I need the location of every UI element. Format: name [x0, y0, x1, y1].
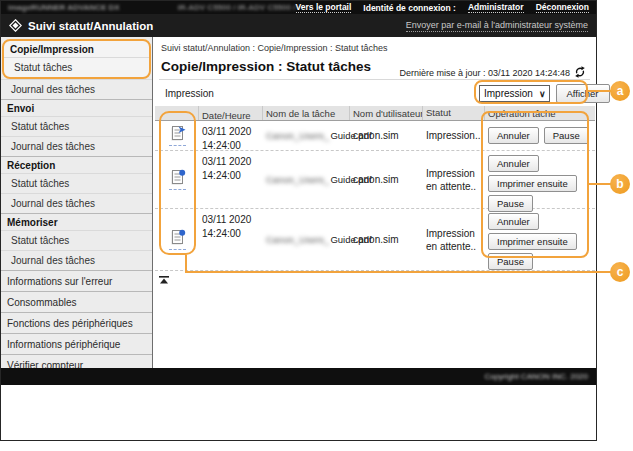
- job-status: Impression en attente..: [423, 209, 485, 270]
- job-time: 14:24:00: [202, 139, 260, 153]
- sidebar-group-reception: Réception: [1, 156, 152, 173]
- job-date: 03/11 2020: [202, 125, 260, 139]
- sidebar-item-journal-taches-memoriser[interactable]: Journal des tâches: [1, 250, 152, 270]
- device-model-text: iR-ADV C5500 / iR-ADV C5500 /: [178, 3, 296, 12]
- job-time: 14:24:00: [202, 169, 260, 183]
- column-header-job-name: Nom de la tâche: [263, 106, 350, 120]
- sidebar-group-memoriser: Mémoriser: [1, 213, 152, 230]
- callout-badge-c: c: [610, 262, 630, 282]
- job-user: canon.sim: [350, 151, 423, 208]
- sidebar-item-fonctions-peripheriques[interactable]: Fonctions des périphériques: [1, 312, 152, 333]
- sidebar-item-statut-taches-reception[interactable]: Statut tâches: [1, 173, 152, 193]
- sidebar-item-informations-peripherique[interactable]: Informations périphérique: [1, 333, 152, 354]
- job-status: Impression..: [423, 121, 485, 150]
- page-title: Copie/Impression : Statut tâches: [161, 59, 371, 74]
- column-header-date: Date/Heure: [199, 106, 263, 120]
- column-header-status: Statut: [423, 106, 485, 120]
- callout-line-b: [587, 183, 612, 185]
- top-bar-links: Vers le portail Identité de connexion : …: [296, 2, 589, 13]
- login-user-link[interactable]: Administrator: [468, 2, 524, 13]
- sidebar-item-statut-taches-memoriser[interactable]: Statut tâches: [1, 230, 152, 250]
- manual-screenshot-page: imageRUNNER ADVANCE DX iR-ADV C5500 / iR…: [0, 0, 633, 451]
- status-monitor-diamond-icon: [9, 19, 22, 32]
- sidebar-item-informations-erreur[interactable]: Informations sur l'erreur: [1, 270, 152, 291]
- app-bar: Suivi statut/Annulation Envoyer par e-ma…: [1, 14, 596, 37]
- job-date: 03/11 2020: [202, 155, 260, 169]
- section-label: Impression: [165, 88, 214, 99]
- callout-badge-b: b: [610, 174, 630, 194]
- callout-frame-c: [159, 111, 196, 255]
- sidebar-item-journal-taches-envoi[interactable]: Journal des tâches: [1, 136, 152, 156]
- sidebar-active-highlight: Copie/Impression Statut tâches: [2, 39, 151, 79]
- callout-frame-b: [481, 111, 589, 258]
- mail-admin-link[interactable]: Envoyer par e-mail à l'administrateur sy…: [406, 20, 588, 32]
- sidebar-group-envoi: Envoi: [1, 99, 152, 116]
- sidebar-item-consommables[interactable]: Consommables: [1, 291, 152, 312]
- job-status: Impression en attente..: [423, 151, 485, 208]
- column-header-user: Nom d'utilisateur: [350, 106, 423, 120]
- sidebar-item-statut-taches-envoi[interactable]: Statut tâches: [1, 116, 152, 136]
- job-user: canon.sim: [350, 209, 423, 270]
- app-title: Suivi statut/Annulation: [28, 20, 153, 32]
- callout-line-a: [586, 90, 612, 92]
- sidebar-item-journal-taches-copie[interactable]: Journal des tâches: [1, 79, 152, 99]
- footer-bar: Copyright CANON INC. 2020: [1, 368, 596, 385]
- job-name-redacted: Canon_Users_: [266, 174, 329, 185]
- sidebar-item-statut-taches-copie[interactable]: Statut tâches: [4, 57, 149, 77]
- job-date: 03/11 2020: [202, 213, 260, 227]
- breadcrumb: Suivi statut/Annulation : Copie/Impressi…: [161, 43, 388, 53]
- copyright-text: Copyright CANON INC. 2020: [484, 372, 588, 381]
- last-update-text: Dernière mise à jour : 03/11 2020 14:24:…: [400, 68, 570, 78]
- job-name-redacted: Canon_Users_: [266, 234, 329, 245]
- logout-link[interactable]: Déconnexion: [536, 2, 589, 13]
- sidebar-item-journal-taches-reception[interactable]: Journal des tâches: [1, 193, 152, 213]
- sidebar-group-copie-impression: Copie/Impression: [4, 41, 149, 57]
- callout-frame-a: [474, 80, 588, 104]
- scroll-to-top-icon[interactable]: [159, 276, 169, 284]
- job-time: 14:24:00: [202, 227, 260, 241]
- job-user: canon.sim: [350, 121, 423, 150]
- top-bar: imageRUNNER ADVANCE DX iR-ADV C5500 / iR…: [1, 1, 596, 14]
- sidebar: Copie/Impression Statut tâches Journal d…: [1, 37, 153, 368]
- callout-line-c-horizontal: [185, 271, 612, 273]
- job-name-redacted: Canon_Users_: [266, 130, 329, 141]
- login-identity-label: Identité de connexion :: [363, 3, 456, 13]
- viewport-empty-space: [1, 385, 596, 440]
- portal-link[interactable]: Vers le portail: [296, 2, 352, 13]
- callout-badge-a: a: [610, 81, 630, 101]
- device-logo: imageRUNNER ADVANCE DX: [8, 3, 120, 12]
